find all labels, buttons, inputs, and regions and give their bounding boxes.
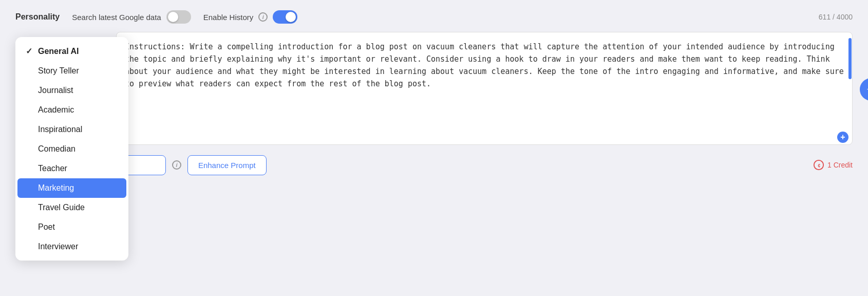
search-google-label: Search latest Google data xyxy=(72,13,161,22)
dropdown-item-marketing[interactable]: Marketing xyxy=(17,178,126,198)
svg-text:₵: ₵ xyxy=(817,163,820,168)
dropdown-item-inspirational[interactable]: Inspirational xyxy=(15,120,128,139)
char-count: 611 / 4000 xyxy=(819,13,853,21)
enable-history-label: Enable History xyxy=(203,13,254,22)
dropdown-item-poet[interactable]: Poet xyxy=(15,217,128,237)
personality-dropdown: ✓General AIStory TellerJournalistAcademi… xyxy=(15,37,128,261)
enable-history-info-icon[interactable]: i xyxy=(258,12,268,22)
send-icon xyxy=(866,84,868,95)
dropdown-item-label: Inspirational xyxy=(38,125,82,134)
dropdown-item-story-teller[interactable]: Story Teller xyxy=(15,61,128,81)
search-google-knob xyxy=(168,12,178,22)
main-container: Personality Search latest Google data En… xyxy=(0,0,868,296)
dropdown-item-travel-guide[interactable]: Travel Guide xyxy=(15,198,128,217)
scrollbar-thumb xyxy=(848,38,852,79)
left-panel: ✓General AIStory TellerJournalistAcademi… xyxy=(15,32,108,147)
dropdown-item-label: Marketing xyxy=(38,183,74,193)
dropdown-item-comedian[interactable]: Comedian xyxy=(15,139,128,159)
scrollbar-track[interactable] xyxy=(847,32,853,147)
enable-history-knob xyxy=(286,12,296,22)
send-button[interactable] xyxy=(860,78,868,101)
enable-history-section: Enable History i xyxy=(203,10,298,24)
enable-history-toggle[interactable] xyxy=(273,10,297,24)
bottom-bar: Sta i Enhance Prompt ₵ 1 Credit xyxy=(15,154,853,176)
dropdown-item-label: Poet xyxy=(38,223,55,232)
dropdown-item-label: Interviewer xyxy=(38,242,78,251)
content-area: ✓General AIStory TellerJournalistAcademi… xyxy=(15,32,853,147)
dropdown-item-teacher[interactable]: Teacher xyxy=(15,159,128,178)
credit-icon: ₵ xyxy=(813,159,824,171)
dropdown-item-interviewer[interactable]: Interviewer xyxy=(15,237,128,256)
personality-label: Personality xyxy=(15,12,60,22)
dropdown-item-label: Travel Guide xyxy=(38,203,85,212)
checkmark-icon: ✓ xyxy=(26,46,36,56)
search-google-section: Search latest Google data xyxy=(72,10,191,24)
dropdown-item-academic[interactable]: Academic xyxy=(15,100,128,120)
credit-badge: ₵ 1 Credit xyxy=(813,159,853,171)
credit-label: 1 Credit xyxy=(827,161,853,169)
textarea-wrapper: + xyxy=(116,32,853,147)
advanced-info-icon[interactable]: i xyxy=(172,160,181,170)
add-button[interactable]: + xyxy=(837,132,848,143)
search-google-toggle[interactable] xyxy=(166,10,191,24)
dropdown-item-label: Academic xyxy=(38,105,74,115)
enhance-prompt-button[interactable]: Enhance Prompt xyxy=(187,155,267,175)
dropdown-item-label: Teacher xyxy=(38,164,67,173)
top-bar: Personality Search latest Google data En… xyxy=(15,10,853,24)
dropdown-item-label: Journalist xyxy=(38,86,73,95)
prompt-textarea[interactable] xyxy=(116,32,853,145)
dropdown-item-label: Comedian xyxy=(38,144,76,154)
dropdown-item-journalist[interactable]: Journalist xyxy=(15,81,128,100)
dropdown-item-label: General AI xyxy=(38,47,79,56)
dropdown-item-general-ai[interactable]: ✓General AI xyxy=(15,41,128,61)
dropdown-item-label: Story Teller xyxy=(38,66,79,76)
